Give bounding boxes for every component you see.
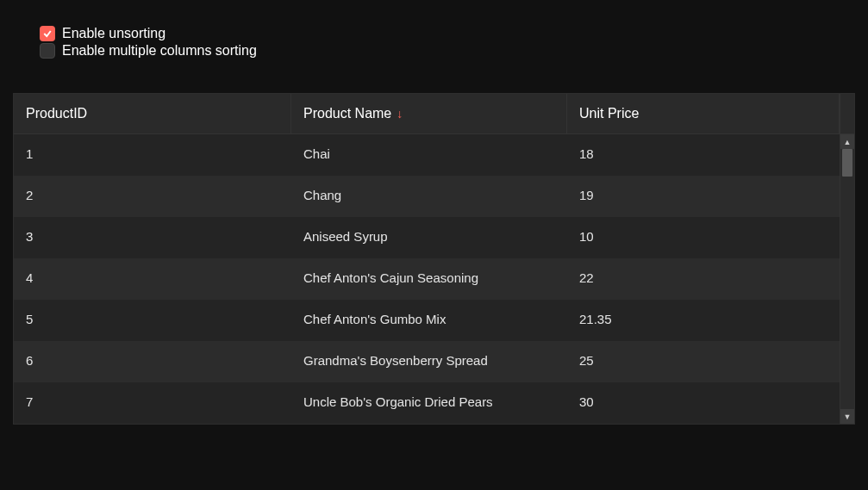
table-row[interactable]: 6 Grandma's Boysenberry Spread 25 bbox=[14, 341, 840, 382]
option-enable-unsorting[interactable]: Enable unsorting bbox=[40, 26, 834, 41]
cell-unit-price: 30 bbox=[567, 382, 840, 424]
cell-product-name: Chai bbox=[291, 134, 567, 176]
cell-product-id: 7 bbox=[14, 382, 291, 424]
column-label: ProductID bbox=[26, 106, 87, 121]
cell-unit-price: 19 bbox=[567, 176, 840, 217]
vertical-scrollbar[interactable]: ▲ ▼ bbox=[840, 134, 854, 424]
cell-unit-price: 22 bbox=[567, 258, 840, 300]
cell-product-name: Chang bbox=[291, 176, 567, 217]
cell-product-name: Aniseed Syrup bbox=[291, 217, 567, 258]
grid-body: 1 Chai 18 2 Chang 19 3 Aniseed Syrup 10 bbox=[14, 134, 840, 424]
check-icon bbox=[42, 28, 53, 39]
scrollbar-header-spacer bbox=[840, 94, 854, 133]
option-enable-multi-sort[interactable]: Enable multiple columns sorting bbox=[40, 43, 834, 59]
table-row[interactable]: 5 Chef Anton's Gumbo Mix 21.35 bbox=[14, 300, 840, 341]
grid-header: ProductID Product Name ↓ Unit Price bbox=[14, 94, 854, 134]
option-label: Enable unsorting bbox=[62, 26, 165, 41]
cell-product-id: 6 bbox=[14, 341, 291, 382]
column-header-unit-price[interactable]: Unit Price bbox=[567, 94, 840, 133]
column-label: Product Name bbox=[303, 106, 391, 121]
table-row[interactable]: 4 Chef Anton's Cajun Seasoning 22 bbox=[14, 258, 840, 300]
cell-product-name: Grandma's Boysenberry Spread bbox=[291, 341, 567, 382]
cell-product-id: 1 bbox=[14, 134, 291, 176]
scroll-down-icon[interactable]: ▼ bbox=[840, 409, 854, 424]
option-label: Enable multiple columns sorting bbox=[62, 43, 257, 59]
column-header-product-name[interactable]: Product Name ↓ bbox=[291, 94, 567, 133]
scrollbar-track[interactable] bbox=[840, 149, 854, 409]
scrollbar-thumb[interactable] bbox=[842, 149, 852, 177]
data-grid: ProductID Product Name ↓ Unit Price 1 Ch… bbox=[13, 93, 855, 425]
table-row[interactable]: 3 Aniseed Syrup 10 bbox=[14, 217, 840, 258]
cell-product-id: 2 bbox=[14, 176, 291, 217]
column-header-product-id[interactable]: ProductID bbox=[14, 94, 291, 133]
cell-unit-price: 25 bbox=[567, 341, 840, 382]
cell-unit-price: 21.35 bbox=[567, 300, 840, 341]
checkbox-enable-multi-sort[interactable] bbox=[40, 43, 55, 59]
cell-product-id: 5 bbox=[14, 300, 291, 341]
sort-asc-icon: ↓ bbox=[397, 108, 403, 120]
cell-product-name: Chef Anton's Cajun Seasoning bbox=[291, 258, 567, 300]
options-panel: Enable unsorting Enable multiple columns… bbox=[34, 26, 834, 59]
table-row[interactable]: 1 Chai 18 bbox=[14, 134, 840, 176]
scroll-up-icon[interactable]: ▲ bbox=[840, 134, 854, 149]
table-row[interactable]: 2 Chang 19 bbox=[14, 176, 840, 217]
cell-unit-price: 10 bbox=[567, 217, 840, 258]
cell-product-name: Chef Anton's Gumbo Mix bbox=[291, 300, 567, 341]
cell-product-id: 3 bbox=[14, 217, 291, 258]
cell-product-name: Uncle Bob's Organic Dried Pears bbox=[291, 382, 567, 424]
table-row[interactable]: 7 Uncle Bob's Organic Dried Pears 30 bbox=[14, 382, 840, 424]
cell-unit-price: 18 bbox=[567, 134, 840, 176]
checkbox-enable-unsorting[interactable] bbox=[40, 26, 55, 41]
column-label: Unit Price bbox=[579, 106, 639, 121]
cell-product-id: 4 bbox=[14, 258, 291, 300]
